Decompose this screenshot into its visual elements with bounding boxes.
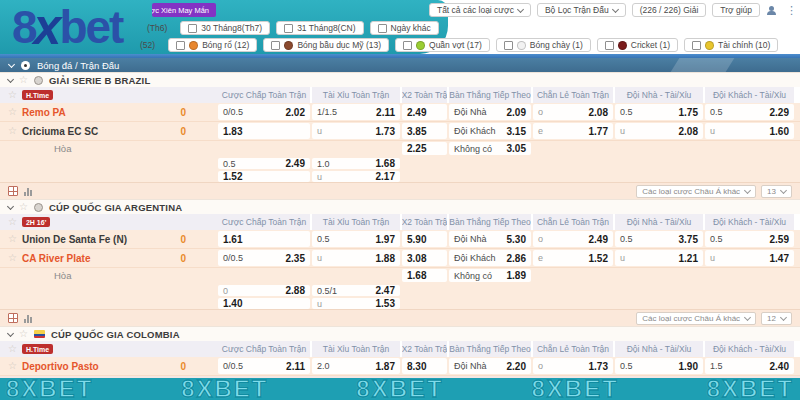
league-count-button[interactable]: (226 / 226) Giải [632,3,707,17]
date-filter-chip[interactable]: 31 Tháng8(CN) [276,21,363,35]
odds-cell[interactable]: e1.77 [533,123,613,139]
favorite-star-icon[interactable]: ☆ [8,253,17,263]
odds-cell[interactable]: 8.30 [402,358,447,374]
league-header[interactable]: ☆CÚP QUỐC GIA COLOMBIA [0,326,800,341]
odds-cell[interactable]: 0.51.75 [615,104,703,120]
favorite-star-icon[interactable]: ☆ [8,90,17,100]
market-count-dropdown[interactable]: 13 [761,185,792,198]
favorite-star-icon[interactable]: ☆ [19,329,28,339]
odds-cell[interactable]: Đội Nhà2.20 [449,358,531,374]
odds-cell[interactable]: 1.52 [218,171,310,182]
odds-cell[interactable]: 1.40 [218,298,310,309]
odds-cell[interactable]: u1.73 [312,123,400,139]
odds-cell[interactable]: 0.52.59 [705,231,794,247]
favorite-star-icon[interactable]: ☆ [8,107,17,117]
odds-cell[interactable]: 1.68 [402,269,447,282]
odds-cell[interactable]: 1.52.40 [705,358,794,374]
odds-cell[interactable]: 0.52.29 [705,104,794,120]
checkbox-icon[interactable] [188,24,197,33]
odds-cell[interactable]: o2.49 [533,231,613,247]
sport-filter-chip[interactable]: Bóng rổ (12) [168,38,257,52]
odds-cell[interactable]: u1.53 [312,298,400,309]
checkbox-icon[interactable] [504,41,513,50]
date-filter-chip[interactable]: Ngày khác [370,21,439,35]
stats-chart-icon[interactable] [24,313,35,323]
date-filter-chip[interactable]: 30 Tháng8(Th7) [180,21,270,35]
sport-filter-chip[interactable]: Bóng bầu dục Mỹ (13) [263,38,389,52]
odds-cell[interactable]: Đội Nhà5.30 [449,231,531,247]
user-settings-icon[interactable] [766,5,777,16]
checkbox-icon[interactable] [378,24,387,33]
odds-cell[interactable]: u1.47 [705,250,794,266]
chevron-down-icon[interactable] [7,75,14,82]
date-filter-chip[interactable]: (Th6) [147,21,174,35]
odds-cell[interactable]: 0.51.97 [312,231,400,247]
checkbox-icon[interactable] [284,24,293,33]
league-header[interactable]: ☆CÚP QUỐC GIA ARGENTINA [0,199,800,214]
odds-cell[interactable]: Đội Nhà2.09 [449,104,531,120]
odds-cell[interactable]: 1.61 [218,231,310,247]
help-button[interactable]: Trợ giúp [712,3,760,17]
favorite-star-icon[interactable]: ☆ [19,75,28,85]
chevron-down-icon[interactable] [7,202,14,209]
odds-cell[interactable]: u2.17 [312,171,400,182]
grid-view-icon[interactable] [8,313,18,323]
odds-cell[interactable]: 1/1.52.11 [312,104,400,120]
sport-filter-chip[interactable]: Cricket (1) [597,38,678,52]
odds-cell[interactable]: 0.52.49 [218,158,310,169]
sport-filter-chip[interactable]: Quần vợt (17) [395,38,490,52]
odds-cell[interactable]: 5.90 [402,231,447,247]
odds-cell[interactable]: 0/0.52.02 [218,104,310,120]
stats-chart-icon[interactable] [24,186,35,196]
grid-view-icon[interactable] [8,186,18,196]
favorite-star-icon[interactable]: ☆ [8,126,17,136]
chevron-down-icon[interactable] [8,60,15,67]
odds-cell[interactable]: 1.01.68 [312,158,400,169]
favorite-star-icon[interactable]: ☆ [19,202,28,212]
odds-cell[interactable]: u2.08 [615,123,703,139]
league-header[interactable]: ☆GIẢI SERIE B BRAZIL [0,72,800,87]
odds-cell[interactable]: 02.88 [218,285,310,296]
odds-cell[interactable]: o1.73 [533,358,613,374]
sport-header-bar[interactable]: Bóng đá / Trận Đấu [0,58,800,72]
odds-cell[interactable]: 0.51.90 [615,358,703,374]
odds-cell[interactable]: 2.49 [402,104,447,120]
odds-cell[interactable]: e1.52 [533,250,613,266]
more-bets-dropdown[interactable]: Các loại cược Châu Á khác [636,185,756,198]
odds-cell[interactable]: Không có3.05 [449,142,531,155]
odds-cell[interactable]: 1.83 [218,123,310,139]
odds-cell[interactable]: 0/0.52.11 [218,358,310,374]
favorite-star-icon[interactable]: ☆ [8,234,17,244]
sport-filter-chip[interactable]: Bóng chày (1) [496,38,591,52]
odds-cell[interactable]: 2.01.87 [312,358,400,374]
checkbox-icon[interactable] [403,41,412,50]
chevron-down-icon[interactable] [7,329,14,336]
market-count-dropdown[interactable]: 12 [761,312,792,325]
odds-cell[interactable]: 3.85 [402,123,447,139]
bet-types-dropdown[interactable]: Tất cả các loại cược [429,3,531,17]
favorite-star-icon[interactable]: ☆ [8,217,17,227]
odds-cell[interactable]: 0.5/12.47 [312,285,400,296]
odds-cell[interactable]: u1.88 [312,250,400,266]
odds-cell[interactable]: Đội Khách2.86 [449,250,531,266]
odds-cell[interactable]: 0.53.75 [615,231,703,247]
more-bets-dropdown[interactable]: Các loại cược Châu Á khác [636,312,756,325]
odds-cell[interactable]: u1.21 [615,250,703,266]
favorite-star-icon[interactable]: ☆ [8,344,17,354]
odds-cell[interactable]: o2.08 [533,104,613,120]
sport-filter-chip[interactable]: (52) [140,38,162,52]
odds-cell[interactable]: 2.25 [402,142,447,155]
checkbox-icon[interactable] [176,41,185,50]
checkbox-icon[interactable] [692,41,701,50]
odds-cell[interactable]: u1.60 [705,123,794,139]
odds-cell[interactable]: 3.08 [402,250,447,266]
checkbox-icon[interactable] [271,41,280,50]
odds-cell[interactable]: 0/0.52.35 [218,250,310,266]
lucky-parlay-button[interactable]: Cược Xiên May Mắn [152,3,216,17]
sport-filter-chip[interactable]: Tài chính (10) [684,38,778,52]
favorite-star-icon[interactable]: ☆ [8,361,17,371]
checkbox-icon[interactable] [605,41,614,50]
odds-cell[interactable]: Đội Khách3.15 [449,123,531,139]
odds-cell[interactable]: Không có1.89 [449,269,531,282]
match-filter-dropdown[interactable]: Bộ Lọc Trận Đấu [537,3,626,17]
